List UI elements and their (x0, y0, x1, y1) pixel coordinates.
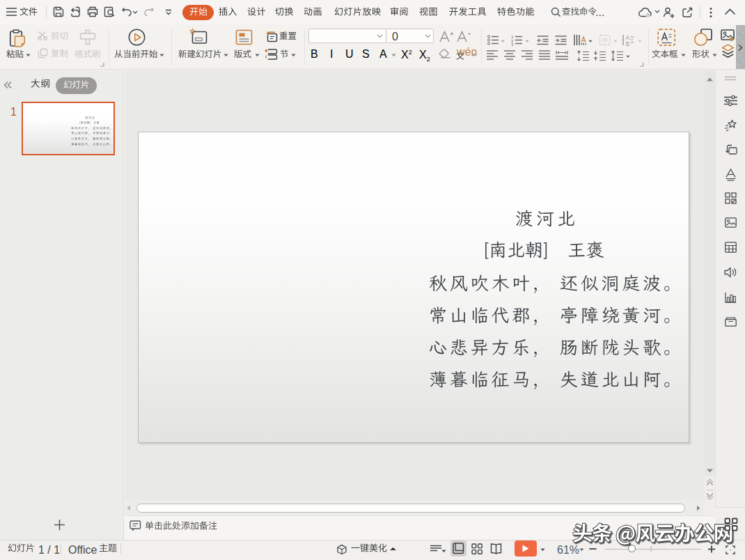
svg-text:B: B (626, 40, 630, 47)
